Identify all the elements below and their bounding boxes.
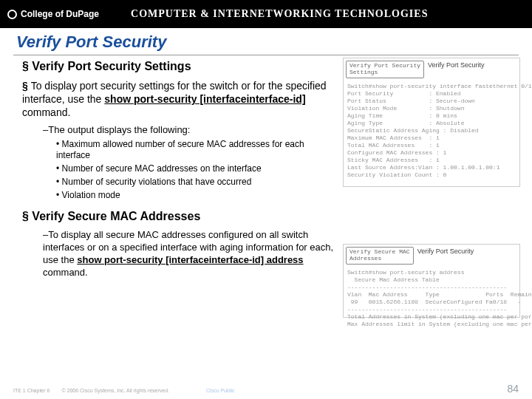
- footer-brand: Cisco Public: [206, 388, 235, 393]
- output-panel-2: Verify Secure MAC Addresses Verify Port …: [343, 244, 520, 318]
- page-number: 84: [507, 383, 519, 395]
- logo-text: College of DuPage: [21, 9, 99, 19]
- panel2-label: Verify Port Security: [416, 245, 476, 267]
- sub-text-b: command.: [43, 267, 88, 278]
- section2-sub: To display all secure MAC addresses conf…: [43, 229, 346, 279]
- sub-command: show port-security [interfaceinterface-i…: [77, 254, 303, 265]
- header-bar: College of DuPage COMPUTER & INTERNETWOR…: [0, 0, 532, 28]
- panel1-button[interactable]: Verify Port Security Settings: [346, 61, 424, 78]
- section1-intro: To display port security settings for th…: [22, 79, 332, 120]
- panel2-head: Verify Secure MAC Addresses Verify Port …: [344, 245, 519, 267]
- list-item: Violation mode: [56, 190, 337, 201]
- footer: ITE 1 Chapter 6 © 2006 Cisco Systems, In…: [0, 383, 532, 395]
- panel2-body: Switch#show port-security address Secure…: [344, 267, 519, 330]
- panel1-label: Verify Port Security: [426, 58, 486, 81]
- logo-block: College of DuPage: [0, 9, 99, 19]
- footer-chapter: ITE 1 Chapter 6: [13, 388, 50, 393]
- list-item: Number of security violations that have …: [56, 177, 337, 188]
- panel2-button[interactable]: Verify Secure MAC Addresses: [346, 247, 414, 265]
- page-title: Verify Port Security: [0, 28, 532, 55]
- footer-copyright: © 2006 Cisco Systems, Inc. All rights re…: [61, 388, 169, 393]
- panel1-head: Verify Port Security Settings Verify Por…: [344, 58, 519, 81]
- output-panel-1: Verify Port Security Settings Verify Por…: [343, 58, 520, 187]
- logo-icon: [7, 10, 17, 19]
- intro-command: show port-security [interfaceinterface-i…: [104, 93, 305, 105]
- banner-title: COMPUTER & INTERNETWORKING TECHNOLOGIES: [131, 8, 428, 20]
- panel1-body: Switch#show port-security interface fast…: [344, 81, 519, 181]
- list-item: Number of secure MAC addresses on the in…: [56, 163, 337, 174]
- section1-subhead: The output displays the following:: [43, 124, 338, 137]
- intro-text-b: command.: [22, 106, 70, 118]
- list-item: Maximum allowed number of secure MAC add…: [56, 139, 337, 161]
- section2-heading: Verify Secure MAC Addresses: [22, 210, 519, 223]
- title-divider: [13, 55, 519, 55]
